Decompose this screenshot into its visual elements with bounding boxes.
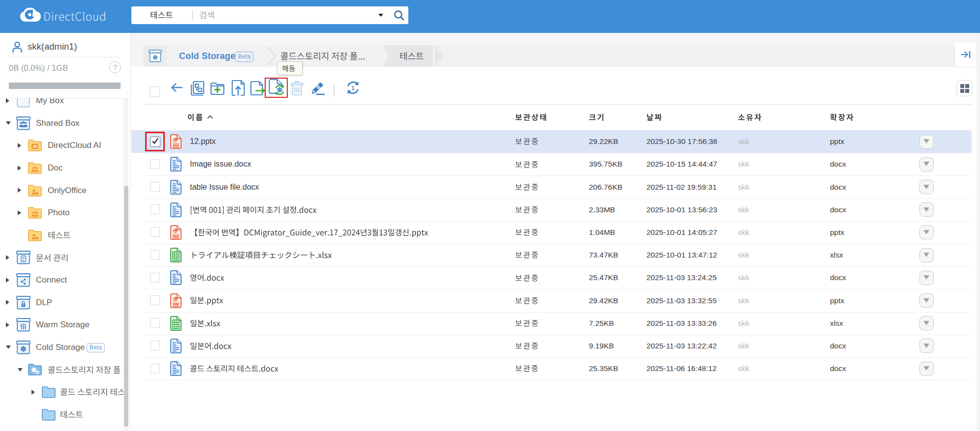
svg-text:1: 1: [351, 85, 355, 91]
svg-text:AI: AI: [33, 144, 37, 149]
